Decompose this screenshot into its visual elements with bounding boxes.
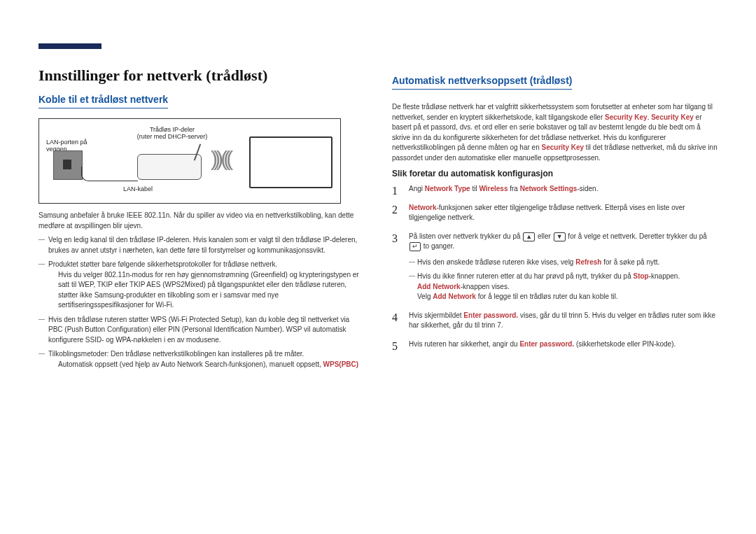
s1-a: Angi <box>409 185 425 192</box>
step-1: Angi Network Type til Wireless fra Netwo… <box>392 184 718 195</box>
s3s2db: for å legge til en trådløs ruter du kan … <box>476 293 618 300</box>
right-column: Automatisk nettverksoppsett (trådløst) D… <box>392 28 718 374</box>
left-bullet-1: Velg en ledig kanal til den trådløse IP-… <box>38 235 364 255</box>
left-bullet-2-sub: Hvis du velger 802.11n-modus for ren høy… <box>58 270 364 311</box>
right-intro: De fleste trådløse nettverk har et valgf… <box>392 102 718 163</box>
diagram-router-label: Trådløs IP-deler (ruter med DHCP-server) <box>123 126 221 140</box>
s3s2c: -knappen vises. <box>461 283 510 290</box>
left-bullet-4-line2: Automatisk oppsett (ved hjelp av Auto Ne… <box>58 360 364 370</box>
s3s1a: Hvis den ønskede trådløse ruteren ikke v… <box>417 258 575 266</box>
s3s2-addnet1: Add Network <box>417 283 461 290</box>
s5-ep: Enter password. <box>519 340 574 348</box>
s5a: Hvis ruteren har sikkerhet, angir du <box>409 340 519 348</box>
s5b: (sikkerhetskode eller PIN-kode). <box>574 340 676 348</box>
diagram-waves-icon: ))) ((( <box>211 147 229 171</box>
diagram-router <box>137 154 202 180</box>
step-5: Hvis ruteren har sikkerhet, angir du Ent… <box>392 339 718 350</box>
diagram-router-line2: (ruter med DHCP-server) <box>137 133 208 140</box>
s3s2-addnet2: Add Network <box>433 293 476 300</box>
section-connect-heading: Koble til et trådløst nettverk <box>38 94 168 108</box>
page-container: Innstillinger for nettverk (trådløst) Ko… <box>0 0 756 395</box>
up-arrow-icon: ▲ <box>523 232 535 241</box>
diagram-display <box>249 136 332 188</box>
step-3: På listen over nettverk trykker du på ▲ … <box>392 232 718 302</box>
s2-b: -funksjonen søker etter tilgjengelige tr… <box>409 204 685 222</box>
s3-b: eller <box>536 232 552 240</box>
left-bullet-4-pre: Automatisk oppsett (ved hjelp av Auto Ne… <box>58 360 323 368</box>
step-4: Hvis skjermbildet Enter password. vises,… <box>392 311 718 331</box>
ri-k3: Security Key <box>541 143 584 151</box>
s3s2b: -knappen. <box>649 272 680 280</box>
s3s1b: for å søke på nytt. <box>601 258 659 266</box>
auto-config-steps: Angi Network Type til Wireless fra Netwo… <box>392 184 718 349</box>
left-bullet-2: Produktet støtter bare følgende sikkerhe… <box>38 260 364 311</box>
step-2: Network-funksjonen søker etter tilgjenge… <box>392 203 718 223</box>
diagram-router-line1: Trådløs IP-deler <box>150 126 195 133</box>
auto-config-subhead: Slik foretar du automatisk konfigurasjon <box>392 169 718 178</box>
left-bullets: Velg en ledig kanal til den trådløse IP-… <box>38 235 364 370</box>
s1-w: Wireless <box>479 185 507 192</box>
left-bullet-4-line1: Tilkoblingsmetoder: Den trådløse nettver… <box>48 350 304 358</box>
enter-icon: ↵ <box>410 242 421 251</box>
s3s1-refresh: Refresh <box>575 258 601 266</box>
down-arrow-icon: ▼ <box>554 232 566 241</box>
s1-nt: Network Type <box>425 185 470 192</box>
s3s2-stop: Stop <box>633 272 648 280</box>
s3-a: På listen over nettverk trykker du på <box>409 232 522 240</box>
ri-k2: Security Key <box>651 113 694 121</box>
s1-d: -siden. <box>577 185 598 192</box>
step-3-sub: Hvis den ønskede trådløse ruteren ikke v… <box>409 258 718 302</box>
s2-net: Network <box>409 204 436 211</box>
left-intro-para: Samsung anbefaler å bruke IEEE 802.11n. … <box>38 211 364 231</box>
diagram-wall-port <box>53 150 83 180</box>
left-bullet-2-text: Produktet støtter bare følgende sikkerhe… <box>48 260 277 268</box>
page-title: Innstillinger for nettverk (trådløst) <box>38 66 364 85</box>
diagram-cable-label: LAN-kabel <box>123 185 153 192</box>
section-auto-heading: Automatisk nettverksoppsett (trådløst) <box>392 75 572 90</box>
s3-d: to ganger. <box>421 242 454 250</box>
diagram-cable <box>81 167 138 181</box>
s1-c: fra <box>507 185 519 192</box>
ri-k1: Security Key <box>605 113 648 121</box>
header-accent-bar <box>38 43 102 49</box>
left-bullet-4-wps: WPS(PBC) <box>323 360 359 368</box>
s4a: Hvis skjermbildet <box>409 311 463 319</box>
step-3-sub-1: Hvis den ønskede trådløse ruteren ikke v… <box>409 258 718 268</box>
s1-b: til <box>470 185 479 192</box>
s3-c: for å velge et nettverk. Deretter trykke… <box>566 232 707 240</box>
step-3-sub-2: Hvis du ikke finner ruteren etter at du … <box>409 272 718 302</box>
left-bullet-3: Hvis den trådløse ruteren støtter WPS (W… <box>38 315 364 346</box>
wireless-diagram: LAN-porten på veggen LAN-kabel Trådløs I… <box>38 118 341 204</box>
s1-ns: Network Settings <box>520 185 578 192</box>
s3s2da: Velg <box>417 293 433 300</box>
left-column: Innstillinger for nettverk (trådløst) Ko… <box>38 28 364 374</box>
s3s2a: Hvis du ikke finner ruteren etter at du … <box>417 272 633 280</box>
s4-ep: Enter password. <box>463 311 518 319</box>
left-bullet-4: Tilkoblingsmetoder: Den trådløse nettver… <box>38 349 364 370</box>
